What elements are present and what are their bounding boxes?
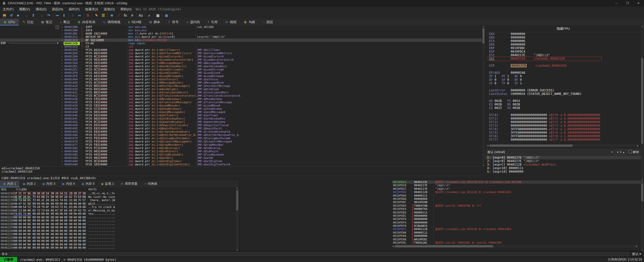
- breakpoint-dot-icon[interactable]: ●: [60, 130, 64, 133]
- disasm-row[interactable]: ●00401494ˇFF25 08324000jmp dword ptr ds:…: [0, 156, 482, 160]
- disassembly-scrollbar[interactable]: ▲▼: [482, 25, 485, 166]
- open-file-icon[interactable]: ⬒: [1, 13, 8, 18]
- disasm-row[interactable]: ●0040149AˇFF25 0C324000jmp dword ptr ds:…: [0, 160, 482, 163]
- disasm-row[interactable]: ●004013C2│.8B7424 04mov esi,dword ptr ss…: [0, 35, 482, 39]
- breakpoint-dot-icon[interactable]: ●: [60, 78, 64, 81]
- stack-row[interactable]: 0019FE0000000111: [392, 231, 641, 234]
- disasm-row[interactable]: ●00401410ˇFF25 B0314000jmp dword ptr ds:…: [0, 84, 482, 88]
- registers-scrollbar[interactable]: ▲▼: [641, 25, 643, 180]
- globe-icon[interactable]: ◍: [163, 13, 170, 18]
- stack-row[interactable]: 0019FDCC0040217E"|W@G\\X": [392, 187, 641, 191]
- disasm-row[interactable]: ●004013C6│.BF 50214000mov edi,crackme2.4…: [0, 39, 482, 42]
- disasm-row[interactable]: ●004013CB│.F3:A6repe cmpsb: [0, 42, 482, 45]
- disasm-row[interactable]: ●00401422ˇFF25 BC314000jmp dword ptr ds:…: [0, 94, 482, 97]
- disasm-row[interactable]: ●00401464ˇFF25 E8314000jmp dword ptr ds:…: [0, 130, 482, 133]
- tab-断点[interactable]: ●断点: [56, 19, 74, 25]
- breakpoint-dot-icon[interactable]: ●: [60, 140, 64, 143]
- compare-icon[interactable]: ≋: [108, 13, 115, 18]
- menu-item[interactable]: 收藏夹(I): [82, 7, 101, 12]
- stack-row[interactable]: 0019FDE800000111: [392, 211, 641, 214]
- disasm-row[interactable]: ●0040142EˇFF25 C4314000jmp dword ptr ds:…: [0, 101, 482, 104]
- calling-convention-select[interactable]: 默认 (stdcall): [488, 150, 505, 154]
- segment-row[interactable]: CS 0023 SS 002B: [486, 106, 641, 110]
- menu-item[interactable]: 跟踪(N): [49, 7, 66, 12]
- maximize-button[interactable]: ❐: [622, 0, 633, 7]
- flags-row[interactable]: ZF 1 PF 1 AF 0: [486, 74, 641, 78]
- disasm-row[interactable]: ●004013B8┌.33FFxor edi,edisub_4013B8: [0, 25, 482, 29]
- dump-row[interactable]: 004021702074686572652C206D61746521007C57…: [0, 199, 239, 202]
- register-row-ecx[interactable]: ECX00000006: [486, 39, 641, 43]
- breakpoint-dot-icon[interactable]: ●: [60, 107, 64, 110]
- execute-till-return-icon[interactable]: ⇒: [54, 13, 61, 18]
- disasm-row[interactable]: ●004013FEˇFF25 A4314000jmp dword ptr ds:…: [0, 74, 482, 78]
- breakpoint-dot-icon[interactable]: ●: [60, 52, 64, 55]
- disasm-row[interactable]: ●004013F2ˇFF25 9C314000jmp dword ptr ds:…: [0, 68, 482, 71]
- flags-row[interactable]: CF 0 TF 0 IF 1: [486, 82, 641, 85]
- breakpoint-dot-icon[interactable]: ●: [60, 32, 64, 35]
- register-row-eflags[interactable]: EFLAGS00000246: [486, 71, 641, 74]
- dump-tab-结构体[interactable]: ✦结构体: [141, 180, 161, 187]
- strings-icon[interactable]: Aᴢ: [137, 13, 144, 18]
- breakpoint-dot-icon[interactable]: ●: [60, 45, 64, 48]
- breakpoint-dot-icon[interactable]: ●: [60, 146, 64, 150]
- stack-scrollbar[interactable]: ▲▼: [641, 180, 643, 251]
- disasm-row[interactable]: ●004013BC│.8A0D 18214000mov cl,byte ptr …: [0, 32, 482, 35]
- tab-跟踪[interactable]: ∴跟踪: [259, 19, 277, 25]
- argument-row[interactable]: 4: [esp+10] 00000111: [486, 166, 641, 170]
- dump-row[interactable]: 004021604E6F206C75636B21004E6F206C75636B…: [0, 195, 239, 199]
- disasm-row[interactable]: ●00401428ˇFF25 C0314000jmp dword ptr ds:…: [0, 97, 482, 101]
- chevron-down-icon[interactable]: ▾: [611, 150, 613, 154]
- dump-row[interactable]: 004021B074657300000000000000000000000000…: [0, 212, 239, 216]
- segment-row[interactable]: GS 002B FS 0053: [486, 99, 641, 103]
- breakpoint-dot-icon[interactable]: ●: [60, 91, 64, 94]
- minimize-button[interactable]: ─: [611, 0, 622, 7]
- breakpoint-dot-icon[interactable]: ●: [60, 61, 64, 65]
- disasm-row[interactable]: ●00401416ˇFF25 B4314000jmp dword ptr ds:…: [0, 88, 482, 91]
- tab-源代码[interactable]: ‹›源代码: [183, 19, 204, 25]
- argument-row[interactable]: 3: [esp+C] 00401128 <crackme2.WndProc>: [486, 163, 641, 166]
- breakpoint-dot-icon[interactable]: ●: [60, 68, 64, 71]
- dump-tab-内存 4[interactable]: ▦内存 4: [59, 180, 78, 187]
- stack-row[interactable]: 0019FDF400000000: [392, 221, 641, 224]
- breakpoint-dot-icon[interactable]: ●: [60, 156, 64, 160]
- register-row-ebp[interactable]: EBP0019FDDC: [486, 46, 641, 50]
- disasm-row[interactable]: ●0040140AˇFF25 AC314000jmp dword ptr ds:…: [0, 81, 482, 84]
- breakpoint-dot-icon[interactable]: ●: [60, 88, 64, 91]
- disasm-row[interactable]: ●00401488ˇFF25 00324000jmp dword ptr ds:…: [0, 150, 482, 153]
- breakpoint-dot-icon[interactable]: ●: [60, 114, 64, 117]
- disasm-row[interactable]: ●0040144CˇFF25 D8314000jmp dword ptr ds:…: [0, 117, 482, 120]
- menu-item[interactable]: 调试(D): [33, 7, 49, 12]
- step-out-icon[interactable]: ↑: [69, 13, 76, 18]
- breakpoint-dot-icon[interactable]: ●: [60, 65, 64, 68]
- step-into-icon[interactable]: ↓: [38, 13, 45, 18]
- dump-row[interactable]: 004021501F2C37363B3D28193D261A312D3B373E…: [0, 192, 239, 195]
- disasm-row[interactable]: ●0040143AˇFF25 CC314000jmp dword ptr ds:…: [0, 107, 482, 110]
- tab-脚本[interactable]: ▤脚本: [145, 19, 164, 25]
- st-register-row[interactable]: ST(6)3FFF8000000000000000 x87r6 空 1.0000…: [486, 134, 641, 138]
- st-register-row[interactable]: ST(5)3FFE8000000000000000 x87r5 空 0.5000…: [486, 131, 641, 134]
- tab-线程[interactable]: ≫线程: [221, 19, 240, 25]
- argument-count-spinner[interactable]: ▾ 5 ▴: [615, 150, 627, 154]
- step-over-icon[interactable]: ↷: [45, 13, 52, 18]
- argument-row[interactable]: 2: [esp+8] 0040217E "|W@G\\X": [486, 159, 641, 163]
- stack-row[interactable]: 0019FE0C74D452AC返回到 user32.74D452AC 自 us…: [392, 241, 641, 244]
- stack-row[interactable]: 0019FDFC00401128返回到 crackme2.sub_401128 …: [392, 228, 641, 231]
- hide-fpu-button[interactable]: 隐藏FPU: [486, 25, 641, 32]
- breakpoint-dot-icon[interactable]: ●: [60, 153, 64, 156]
- unlock-checkbox[interactable]: 解锁: [629, 150, 639, 154]
- disasm-row[interactable]: ●00401482ˇFF25 FC314000jmp dword ptr ds:…: [0, 146, 482, 150]
- stack-hscrollbar[interactable]: ◀▶: [392, 245, 638, 248]
- disasm-row[interactable]: ●004013BA│.33C9xor ecx,ecx: [0, 29, 482, 32]
- st-register-row[interactable]: ST(3)00000000000000000000 x87r3 空 0.0000…: [486, 124, 641, 127]
- st-register-row[interactable]: ST(1)00000000000000000000 x87r1 空 0.0000…: [486, 117, 641, 120]
- breakpoint-dot-icon[interactable]: ●: [60, 110, 64, 114]
- dump-row[interactable]: 00402190000054727920746F20637261636B206D…: [0, 205, 239, 209]
- flags-row[interactable]: OF 0 SF 0 DF 0: [486, 78, 641, 82]
- dump-row[interactable]: 004021A06521004D657373696E675F696E5F6279…: [0, 209, 239, 212]
- tab-句柄[interactable]: ◧句柄: [240, 19, 259, 25]
- breakpoint-dot-icon[interactable]: ●: [60, 150, 64, 153]
- stack-row[interactable]: 0019FDD400000111: [392, 194, 641, 197]
- dump-scrollbar[interactable]: ▲▼: [236, 187, 238, 251]
- run-icon[interactable]: →: [23, 13, 30, 18]
- dump-row[interactable]: 004021D000000000000000000000000000000000…: [0, 219, 239, 222]
